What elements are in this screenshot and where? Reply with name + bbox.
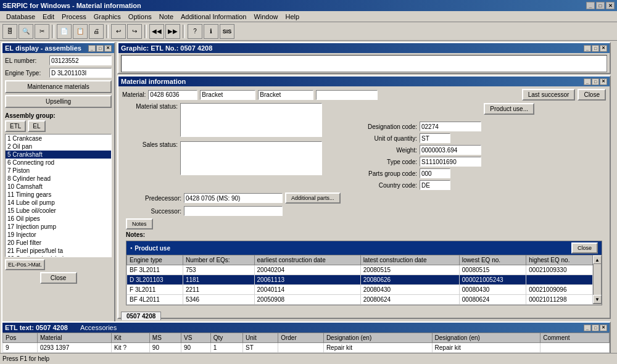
toolbar: 🗄 🔍 ✂ 📄 📋 🖨 ↩ ↪ ◀◀ ▶▶ ? ℹ SIS xyxy=(0,22,617,41)
unit-qty-input[interactable] xyxy=(420,133,450,143)
assembly-item-1[interactable]: 1 Crankcase xyxy=(6,134,111,143)
engine-type-input[interactable] xyxy=(49,68,112,78)
material-max[interactable]: □ xyxy=(592,78,599,85)
material-min[interactable]: _ xyxy=(584,78,591,85)
product-use-scrollbar[interactable]: ▲ ▼ xyxy=(593,255,602,304)
graphic-max[interactable]: □ xyxy=(592,45,599,52)
scroll-down[interactable]: ▼ xyxy=(593,295,602,304)
material-extra-input[interactable] xyxy=(316,90,378,100)
material-win-title: Material information _ □ ✕ xyxy=(118,77,610,86)
table-row[interactable]: 90293 1397Kit ?90901STRepair kitRepair k… xyxy=(3,343,610,353)
menu-graphics[interactable]: Graphics xyxy=(90,13,125,20)
menu-note[interactable]: Note xyxy=(155,13,177,20)
etl-max[interactable]: □ xyxy=(592,325,599,331)
table-row[interactable]: BF 3L20117532004020420080515000805150002… xyxy=(127,265,593,275)
assembly-item-15[interactable]: 15 Lube oil/cooler xyxy=(6,207,111,215)
material-close-btn[interactable]: Close xyxy=(578,89,606,101)
menu-additional-info[interactable]: Additional Information xyxy=(177,13,250,20)
last-successor-btn[interactable]: Last successor xyxy=(522,89,576,101)
assembly-item-20[interactable]: 20 Fuel filter xyxy=(6,239,111,247)
material-close-x[interactable]: ✕ xyxy=(600,78,607,85)
product-use-btn[interactable]: Product use... xyxy=(484,103,534,115)
graphic-close[interactable]: ✕ xyxy=(600,45,607,52)
toolbar-btn-7[interactable]: ↩ xyxy=(111,24,126,39)
material-name1-input[interactable] xyxy=(200,90,255,100)
material-name2-input[interactable] xyxy=(258,90,313,100)
material-status-textarea[interactable] xyxy=(180,103,322,137)
sales-status-textarea[interactable] xyxy=(180,141,322,175)
toolbar-btn-4[interactable]: 📄 xyxy=(57,24,72,39)
toolbar-btn-nav-right[interactable]: ▶▶ xyxy=(165,24,180,39)
etl-btn[interactable]: ETL xyxy=(5,120,26,132)
scroll-up[interactable]: ▲ xyxy=(593,255,602,264)
el-close-btn[interactable]: Close xyxy=(40,272,77,284)
assembly-item-21[interactable]: 21 Fuel pipes/fuel ta xyxy=(6,247,111,255)
toolbar-btn-5[interactable]: 📋 xyxy=(73,24,88,39)
assembly-item-11[interactable]: 11 Timing gears xyxy=(6,191,111,199)
menu-database[interactable]: Database xyxy=(2,13,39,20)
toolbar-btn-1[interactable]: 🗄 xyxy=(2,24,17,39)
weight-input[interactable] xyxy=(420,145,481,155)
etl-close[interactable]: ✕ xyxy=(600,325,607,331)
country-code-input[interactable] xyxy=(420,180,450,190)
menu-window[interactable]: Window xyxy=(250,13,281,20)
toolbar-btn-8[interactable]: ↪ xyxy=(127,24,142,39)
assembly-item-8[interactable]: 8 Cylinder head xyxy=(6,175,111,183)
assembly-item-16[interactable]: 16 Oil pipes xyxy=(6,215,111,223)
predecessor-input[interactable] xyxy=(184,193,283,203)
parts-group-input[interactable] xyxy=(420,168,450,178)
menu-options[interactable]: Options xyxy=(125,13,155,20)
material-code-input[interactable] xyxy=(148,90,197,100)
assembly-item-17[interactable]: 17 Injection pump xyxy=(6,223,111,231)
assembly-item-6[interactable]: 6 Connecting rod xyxy=(6,159,111,167)
upselling-btn[interactable]: Upselling xyxy=(5,95,112,108)
type-code-input[interactable] xyxy=(420,157,481,167)
graphic-min[interactable]: _ xyxy=(584,45,591,52)
toolbar-btn-2[interactable]: 🔍 xyxy=(19,24,33,39)
assembly-item-10[interactable]: 10 Camshaft xyxy=(6,183,111,191)
toolbar-btn-help[interactable]: ? xyxy=(188,24,202,39)
close-btn[interactable]: ✕ xyxy=(606,2,615,9)
el-display-min[interactable]: _ xyxy=(88,45,96,52)
etl-col-unit: Unit xyxy=(243,333,278,343)
el-pos-btn[interactable]: EL-Pos.>Mat. xyxy=(5,259,45,270)
assembly-item-7[interactable]: 7 Piston xyxy=(6,167,111,175)
successor-input[interactable] xyxy=(184,206,283,216)
el-display-close[interactable]: ✕ xyxy=(104,45,112,52)
menu-help[interactable]: Help xyxy=(282,13,304,20)
weight-label: Weight: xyxy=(337,147,417,154)
table-row[interactable]: D 3L201103118120061113200806260000210052… xyxy=(127,275,593,285)
table-row[interactable]: BF 4L20115346200509082008062400080624000… xyxy=(127,295,593,305)
table-row[interactable]: F 3L201122112004011420080430000804300002… xyxy=(127,285,593,295)
el-btn[interactable]: EL xyxy=(28,120,45,132)
assembly-item-19[interactable]: 19 Injector xyxy=(6,231,111,239)
assembly-item-14[interactable]: 14 Lube oil pump xyxy=(6,199,111,207)
etl-col-ms: MS xyxy=(149,333,181,343)
toolbar-btn-nav-left[interactable]: ◀◀ xyxy=(149,24,164,39)
assembly-item-22[interactable]: 22 Suction pipe/air d xyxy=(6,255,111,257)
toolbar-btn-6[interactable]: 🖨 xyxy=(89,24,104,39)
product-use-close-btn[interactable]: Close xyxy=(571,242,598,254)
assembly-list: 1 Crankcase2 Oil pan5 Crankshaft6 Connec… xyxy=(5,134,112,257)
el-number-input[interactable] xyxy=(49,56,112,65)
etl-min[interactable]: _ xyxy=(584,325,591,331)
assembly-item-5[interactable]: 5 Crankshaft xyxy=(6,151,111,159)
maintenance-btn[interactable]: Maintenance materials xyxy=(5,80,112,93)
toolbar-btn-sis[interactable]: SIS xyxy=(220,24,234,39)
maximize-btn[interactable]: □ xyxy=(596,2,605,9)
minimize-btn[interactable]: _ xyxy=(586,2,595,9)
el-display-title: EL display - assemblies _ □ ✕ xyxy=(2,43,114,53)
assembly-group-label: Assembly group: xyxy=(5,112,112,119)
desig-code-input[interactable] xyxy=(420,122,481,131)
assembly-item-2[interactable]: 2 Oil pan xyxy=(6,143,111,151)
additional-parts-btn[interactable]: Additional parts... xyxy=(285,192,341,204)
tab-0507[interactable]: 0507 4208 xyxy=(121,312,161,320)
etl-col-kit: Kit xyxy=(111,333,149,343)
toolbar-btn-info[interactable]: ℹ xyxy=(204,24,218,39)
menu-process[interactable]: Process xyxy=(58,13,90,20)
el-display-max[interactable]: □ xyxy=(96,45,104,52)
menu-edit[interactable]: Edit xyxy=(39,13,58,20)
successor-label: Successor: xyxy=(126,208,181,215)
toolbar-btn-3[interactable]: ✂ xyxy=(35,24,49,39)
notes-btn[interactable]: Notes xyxy=(126,218,153,230)
